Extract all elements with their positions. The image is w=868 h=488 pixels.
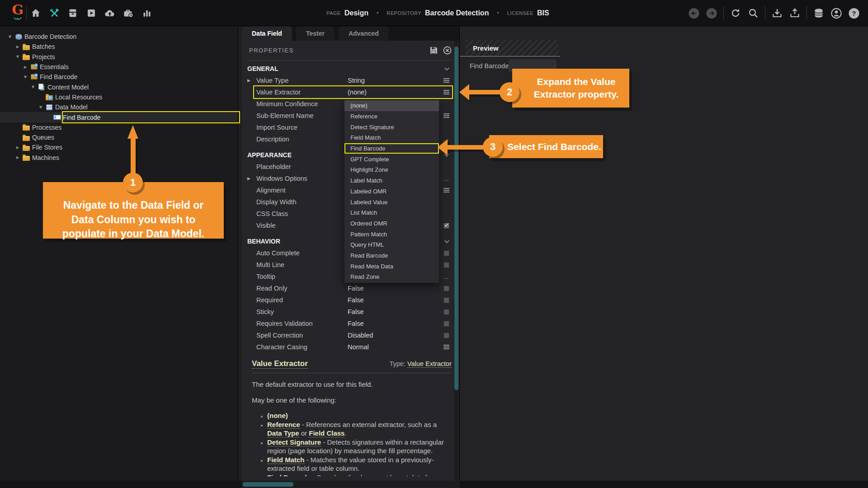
forward-icon[interactable] [706,7,717,19]
dropdown-item-query-html[interactable]: Query HTML [344,239,439,250]
menu-icon[interactable] [438,188,454,192]
property-row-read-only[interactable]: Read OnlyFalse [242,282,459,294]
tree-expander-icon[interactable]: ▼ [37,105,44,109]
tree-item-content-model[interactable]: ▼Content Model [0,82,238,92]
tree-item-essentials[interactable]: ▶Essentials [0,62,238,72]
property-value[interactable]: False [348,296,438,304]
property-value[interactable]: False [348,285,438,292]
tree-expander-icon[interactable]: ▶ [14,145,21,150]
stats-icon[interactable] [141,7,153,19]
row-expander-icon[interactable]: ▶ [247,78,256,83]
tree-expander-icon[interactable]: ▼ [22,75,29,79]
checkbox-icon[interactable] [438,309,454,315]
tools-icon[interactable] [48,7,60,19]
dropdown-item-read-zone[interactable]: Read Zone [344,272,439,282]
tree-expander-icon[interactable]: ▼ [14,55,21,59]
section-header-general[interactable]: GENERAL [242,62,459,75]
tree-item-find-barcode[interactable]: Find Barcode [0,112,238,122]
menu-icon[interactable] [438,345,454,349]
menu-icon[interactable] [438,113,454,118]
tree-item-processes[interactable]: Processes [0,122,238,132]
ellipsis-icon[interactable]: ... [438,175,454,182]
cloud-upload-icon[interactable] [104,7,116,19]
tree-item-queues[interactable]: Queues [0,132,238,142]
dropdown-item-gpt-complete[interactable]: GPT Complete [344,154,439,164]
archive-icon[interactable] [67,7,79,19]
tree-item-find-barcode[interactable]: ▼Find Barcode [0,72,238,82]
save-icon[interactable] [429,46,439,56]
dropdown-item-pattern-match[interactable]: Pattern Match [344,229,439,239]
checkbox-icon[interactable] [438,262,454,268]
property-row-sticky[interactable]: StickyFalse [242,306,459,318]
menu-icon[interactable] [438,78,454,83]
help-link-field-class[interactable]: Field Class [309,429,344,437]
dropdown-item-list-match[interactable]: List Match [344,207,439,218]
checkbox-icon[interactable] [438,333,454,338]
property-value[interactable]: Normal [348,343,438,351]
search-icon[interactable] [747,7,759,19]
jobs-icon[interactable] [123,7,134,19]
refresh-icon[interactable] [730,7,741,19]
help-link-field-match[interactable]: Field Match [267,456,305,464]
help-icon[interactable]: ? [848,7,860,19]
checkbox-icon[interactable] [438,286,454,291]
dropdown-item-reference[interactable]: Reference [344,111,439,122]
dropdown-item-detect-signature[interactable]: Detect Signature [344,122,439,132]
property-row-spell-correction[interactable]: Spell CorrectionDisabled [242,329,459,341]
chevron-down-icon[interactable] [438,239,454,243]
ellipsis-icon[interactable]: ... [438,273,454,280]
dropdown-item-none[interactable]: (none) [344,100,439,111]
dropdown-item-read-meta-data[interactable]: Read Meta Data [344,261,439,272]
database-icon[interactable] [813,7,825,19]
upload-icon[interactable] [789,7,801,19]
preview-tab[interactable]: Preview [466,40,559,56]
tree-item-machines[interactable]: ▶Machines [0,153,238,163]
close-icon[interactable] [442,46,452,56]
checkbox-icon[interactable] [438,297,454,303]
horizontal-scrollbar-track[interactable] [242,481,459,488]
dropdown-item-highlight-zone[interactable]: Highlight Zone [344,164,439,175]
tree-expander-icon[interactable]: ▶ [14,155,21,160]
help-link-reference[interactable]: Reference [267,421,300,429]
help-type-link[interactable]: Value Extractor [407,360,452,368]
dropdown-item-labeled-value[interactable]: Labeled Value [344,197,439,207]
chevron-down-icon[interactable] [438,67,454,70]
user-icon[interactable] [830,7,842,19]
vertical-scrollbar-thumb[interactable] [454,47,458,390]
dropdown-item-field-match[interactable]: Field Match [344,132,439,143]
tab-data-field[interactable]: Data Field [242,26,292,41]
tree-item-barcode-detection[interactable]: ▼Barcode Detection [0,32,238,42]
tab-advanced[interactable]: Advanced [339,26,389,41]
checkbox-icon[interactable] [438,321,454,327]
back-icon[interactable] [688,7,700,19]
help-link-detect-signature[interactable]: Detect Signature [267,438,321,446]
home-icon[interactable] [30,7,42,19]
tree-item-projects[interactable]: ▼Projects [0,52,238,62]
property-row-value-type[interactable]: ▶Value TypeString [242,75,459,86]
page-value[interactable]: Design [344,9,368,17]
tab-tester[interactable]: Tester [296,26,335,41]
help-link-data-type[interactable]: Data Type [267,429,299,437]
property-value[interactable]: Disabled [348,332,438,339]
tree-item-local-resources[interactable]: Local Resources [0,92,238,102]
tree-item-data-model[interactable]: ▼Data Model [0,102,238,112]
property-value[interactable]: False [348,308,438,315]
tree-item-file-stores[interactable]: ▶File Stores [0,142,238,152]
property-value[interactable]: String [348,77,438,84]
help-link-find-barcode[interactable]: Find Barcode [267,474,311,477]
property-row-value-extractor[interactable]: Value Extractor(none) [242,86,459,98]
menu-icon[interactable] [438,90,454,94]
tree-item-batches[interactable]: ▶Batches [0,42,238,52]
dropdown-item-ordered-omr[interactable]: Ordered OMR [344,218,439,229]
grooper-logo[interactable]: G [10,3,25,23]
checkbox-icon[interactable] [438,250,454,256]
dropdown-item-labeled-omr[interactable]: Labeled OMR [344,186,439,197]
horizontal-scrollbar-thumb[interactable] [243,482,293,487]
dropdown-item-label-match[interactable]: Label Match [344,175,439,186]
property-value[interactable]: (none) [348,89,438,96]
tree-expander-icon[interactable]: ▼ [6,35,14,39]
batch-process-icon[interactable] [85,7,97,19]
tree-expander-icon[interactable]: ▶ [22,65,29,69]
property-value[interactable]: False [348,320,438,327]
property-row-required[interactable]: RequiredFalse [242,294,459,306]
